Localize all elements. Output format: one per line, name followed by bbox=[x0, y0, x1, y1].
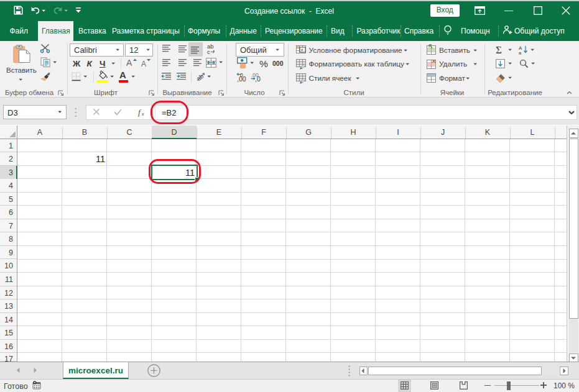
svg-text:A: A bbox=[126, 58, 132, 68]
svg-text:я: я bbox=[519, 50, 521, 56]
svg-text:,0: ,0 bbox=[255, 75, 261, 83]
svg-text:c: c bbox=[207, 48, 210, 55]
svg-text:Σ: Σ bbox=[496, 44, 502, 56]
svg-text:x: x bbox=[141, 111, 144, 117]
svg-text:≠: ≠ bbox=[301, 47, 303, 53]
svg-text:A: A bbox=[141, 60, 146, 68]
svg-text:0: 0 bbox=[240, 72, 243, 78]
